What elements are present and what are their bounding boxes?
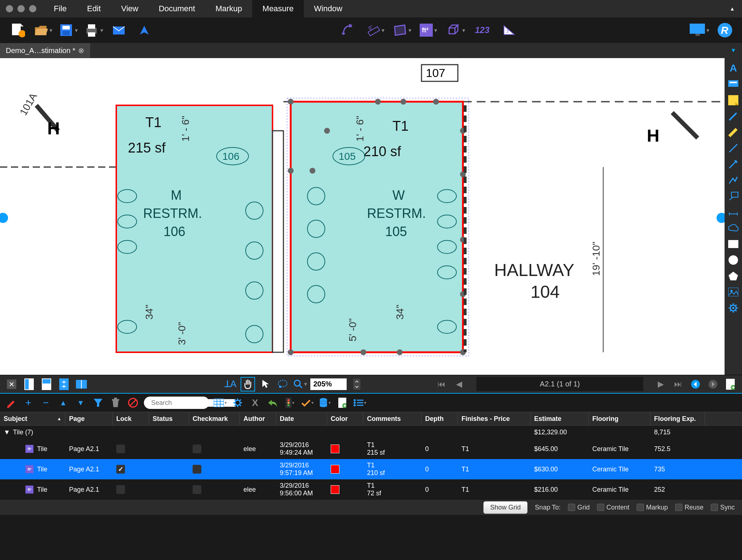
cloud-tool-icon[interactable] [726,221,741,235]
callout-tool-icon[interactable] [726,189,741,203]
close-panel-icon[interactable] [4,377,19,391]
select-tool-icon[interactable] [258,377,273,391]
columns-icon[interactable]: ▾ [214,396,227,409]
email-button[interactable] [109,20,129,40]
text-tool-icon[interactable]: A [726,61,741,76]
snap-check-sync[interactable]: Sync [711,504,735,511]
length-button[interactable]: 8"▾ [365,20,384,40]
col-color[interactable]: Color [327,412,363,425]
col-author[interactable]: Author [240,412,276,425]
col-depth[interactable]: Depth [422,412,458,425]
col-date[interactable]: Date [276,412,327,425]
pan-tool-icon[interactable] [241,377,255,391]
search-box[interactable] [144,397,209,409]
checkmark-checkbox[interactable] [193,445,201,453]
fit-all-icon[interactable] [57,377,71,391]
area-button[interactable]: ▾ [392,20,411,40]
tab-dropdown-icon[interactable]: ▼ [730,47,736,54]
remove-icon[interactable]: − [39,396,52,409]
print-button[interactable]: ▾ [84,20,103,40]
snap-check-grid[interactable]: Grid [568,504,590,511]
ft2-button[interactable]: ft²▾ [419,20,438,40]
col-finishes[interactable]: Finishes - Price [458,412,531,425]
new-file-button[interactable] [7,20,27,40]
pen-tool-icon[interactable] [726,109,741,123]
reply-icon[interactable] [266,396,279,409]
dimension-tool-icon[interactable] [726,205,741,219]
fit-page-icon[interactable] [22,377,36,391]
calibrate-button[interactable] [338,20,358,40]
col-status[interactable]: Status [149,412,189,425]
rectangle-tool-icon[interactable] [726,237,741,251]
list-icon[interactable]: ▾ [353,396,366,409]
menu-view[interactable]: View [111,0,148,19]
zoom-input[interactable] [310,378,347,390]
col-page[interactable]: Page [65,412,113,425]
app-logo-icon[interactable]: R [715,20,735,40]
ellipse-tool-icon[interactable] [726,253,741,267]
angle-button[interactable]: 3' [499,20,519,40]
page-indicator[interactable]: A2.1 (1 of 1) [476,377,643,391]
expand-down-icon[interactable]: ▼ [74,396,87,409]
table-summary-row[interactable]: ▼Tile (7) $12,329.00 8,715 [0,426,742,439]
prev-page-icon[interactable]: ◀ [452,377,466,391]
volume-button[interactable]: ▾ [445,20,465,40]
prev-view-icon[interactable] [688,377,703,391]
status-icon[interactable]: ▾ [283,396,297,409]
add-icon[interactable]: + [22,396,35,409]
snap-check-reuse[interactable]: Reuse [675,504,703,511]
snap-check-content[interactable]: Content [597,504,629,511]
col-lock[interactable]: Lock [113,412,149,425]
lock-checkbox[interactable] [116,465,125,474]
last-page-icon[interactable]: ⏭ [671,377,685,391]
measurement-area-t1-210-selected[interactable] [291,102,463,352]
polyline-tool-icon[interactable] [726,173,741,187]
col-subject[interactable]: Subject▲ [0,412,65,425]
studio-button[interactable] [134,20,154,40]
col-flooringexp[interactable]: Flooring Exp. [650,412,705,425]
checkmark-checkbox[interactable] [193,465,201,474]
settings-icon[interactable] [231,396,244,409]
tab-close-icon[interactable]: ⊗ [78,46,84,55]
zoom-tool-icon[interactable]: ▾ [293,377,307,391]
menu-document[interactable]: Document [149,0,205,19]
col-estimate[interactable]: Estimate [531,412,589,425]
image-tool-icon[interactable] [726,285,741,299]
table-row[interactable]: ft²Tile Page A2.1 3/29/20169:57:19 AM T1… [0,459,742,479]
check-icon[interactable]: ▾ [301,396,314,409]
profiles-button[interactable]: ▾ [690,20,709,40]
close-window-icon[interactable] [6,5,13,12]
show-grid-button[interactable]: Show Grid [483,501,528,514]
next-view-icon[interactable] [706,377,720,391]
typewriter-tool-icon[interactable] [726,77,741,92]
split-view-icon[interactable] [74,377,89,391]
menu-expand-icon[interactable]: ▲ [730,6,735,12]
checkmark-checkbox[interactable] [193,485,201,494]
first-page-icon[interactable]: ⏮ [434,377,449,391]
col-checkmark[interactable]: Checkmark [189,412,240,425]
x-icon[interactable]: X [249,396,262,409]
next-page-icon[interactable]: ▶ [653,377,668,391]
database-icon[interactable]: ▾ [318,396,331,409]
gear-tool-icon[interactable] [726,301,741,315]
polygon-tool-icon[interactable] [726,269,741,283]
document-tab[interactable]: Demo_A…stimation * ⊗ [0,43,90,58]
line-tool-icon[interactable] [726,141,741,155]
lock-checkbox[interactable] [116,485,125,494]
save-button[interactable]: ▾ [58,20,78,40]
menu-measure[interactable]: Measure [252,0,304,19]
filter-icon[interactable] [92,396,105,409]
export-icon[interactable] [336,396,349,409]
arrow-tool-icon[interactable] [726,157,741,171]
minimize-window-icon[interactable] [17,5,25,12]
expand-up-icon[interactable]: ▲ [57,396,70,409]
open-file-button[interactable]: ▾ [33,20,52,40]
text-select-icon[interactable]: ꓕA [223,377,238,391]
drawing-canvas[interactable]: 101A H 107 T1 215 sf M RESTRM. 106 106 [0,58,725,375]
lasso-tool-icon[interactable] [275,377,290,391]
note-tool-icon[interactable] [726,93,741,107]
clear-icon[interactable] [126,396,140,409]
trash-icon[interactable] [109,396,122,409]
menu-markup[interactable]: Markup [205,0,252,19]
pencil-icon[interactable] [4,396,17,409]
